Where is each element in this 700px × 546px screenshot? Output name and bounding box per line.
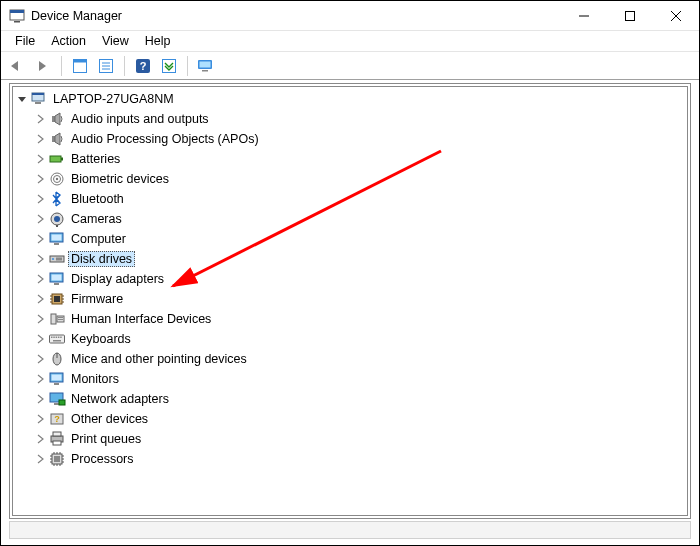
tree-item-label: Batteries: [68, 152, 123, 166]
chevron-right-icon[interactable]: [33, 452, 47, 466]
tree-item[interactable]: Print queues: [15, 429, 687, 449]
chevron-right-icon[interactable]: [33, 352, 47, 366]
svg-rect-58: [60, 337, 62, 339]
menu-action[interactable]: Action: [43, 33, 94, 49]
svg-rect-72: [53, 441, 61, 445]
tree-item-label: Display adapters: [68, 272, 167, 286]
svg-rect-57: [58, 337, 60, 339]
tree-item-label: Disk drives: [68, 251, 135, 267]
tree-item[interactable]: Biometric devices: [15, 169, 687, 189]
tree-item-label: Other devices: [68, 412, 151, 426]
nav-back-button[interactable]: [5, 54, 29, 78]
tree-item[interactable]: Display adapters: [15, 269, 687, 289]
window-title: Device Manager: [31, 9, 122, 23]
tree-root-label: LAPTOP-27UGA8NM: [50, 92, 177, 106]
help-button[interactable]: ?: [131, 54, 155, 78]
chevron-right-icon[interactable]: [33, 292, 47, 306]
chevron-right-icon[interactable]: [33, 212, 47, 226]
svg-rect-34: [54, 243, 59, 245]
chevron-right-icon[interactable]: [33, 312, 47, 326]
minimize-button[interactable]: [561, 1, 607, 31]
svg-rect-63: [52, 375, 62, 381]
svg-rect-74: [54, 456, 60, 462]
menu-view[interactable]: View: [94, 33, 137, 49]
chevron-right-icon[interactable]: [33, 432, 47, 446]
menu-help[interactable]: Help: [137, 33, 179, 49]
svg-rect-52: [58, 319, 63, 320]
chevron-right-icon[interactable]: [33, 172, 47, 186]
cpu-icon: [48, 450, 66, 468]
device-tree[interactable]: LAPTOP-27UGA8NM Audio inputs and outputs…: [12, 86, 688, 516]
mouse-icon: [48, 350, 66, 368]
chevron-right-icon[interactable]: [33, 132, 47, 146]
toolbar: ?: [1, 51, 699, 80]
maximize-button[interactable]: [607, 1, 653, 31]
svg-rect-25: [61, 158, 63, 161]
tree-item-label: Audio Processing Objects (APOs): [68, 132, 262, 146]
show-hidden-button[interactable]: [68, 54, 92, 78]
tree-item[interactable]: Network adapters: [15, 389, 687, 409]
tree-item-label: Mice and other pointing devices: [68, 352, 250, 366]
chevron-right-icon[interactable]: [33, 232, 47, 246]
properties-button[interactable]: [94, 54, 118, 78]
svg-rect-21: [35, 102, 41, 104]
svg-rect-39: [52, 275, 62, 281]
tree-item[interactable]: Monitors: [15, 369, 687, 389]
tree-item[interactable]: Keyboards: [15, 329, 687, 349]
svg-rect-71: [53, 432, 61, 436]
tree-item[interactable]: Cameras: [15, 209, 687, 229]
chevron-right-icon[interactable]: [33, 252, 47, 266]
tree-item[interactable]: Firmware: [15, 289, 687, 309]
menu-file[interactable]: File: [7, 33, 43, 49]
svg-rect-8: [74, 59, 87, 62]
close-button[interactable]: [653, 1, 699, 31]
svg-text:?: ?: [54, 414, 60, 424]
speaker-icon: [48, 130, 66, 148]
keyboard-icon: [48, 330, 66, 348]
bluetooth-icon: [48, 190, 66, 208]
monitor-button[interactable]: [194, 54, 218, 78]
tree-item[interactable]: Audio Processing Objects (APOs): [15, 129, 687, 149]
svg-rect-31: [56, 225, 58, 227]
tree-item-label: Human Interface Devices: [68, 312, 214, 326]
svg-rect-59: [53, 340, 61, 342]
monitor-icon: [48, 370, 66, 388]
svg-rect-66: [54, 403, 59, 405]
tree-item[interactable]: Disk drives: [15, 249, 687, 269]
tree-root-node[interactable]: LAPTOP-27UGA8NM: [15, 89, 687, 109]
chevron-right-icon[interactable]: [33, 272, 47, 286]
titlebar: Device Manager: [1, 1, 699, 31]
chevron-right-icon[interactable]: [33, 112, 47, 126]
chevron-right-icon[interactable]: [33, 192, 47, 206]
tree-item[interactable]: Bluetooth: [15, 189, 687, 209]
tree-item[interactable]: Processors: [15, 449, 687, 469]
chevron-right-icon[interactable]: [33, 152, 47, 166]
monitor-icon: [48, 270, 66, 288]
tree-item-label: Bluetooth: [68, 192, 127, 206]
tree-item[interactable]: ?Other devices: [15, 409, 687, 429]
tree-item[interactable]: Human Interface Devices: [15, 309, 687, 329]
tree-item[interactable]: Batteries: [15, 149, 687, 169]
chevron-right-icon[interactable]: [33, 392, 47, 406]
tree-item-label: Cameras: [68, 212, 125, 226]
svg-text:?: ?: [140, 60, 147, 72]
nav-forward-button[interactable]: [31, 54, 55, 78]
tree-item-label: Computer: [68, 232, 129, 246]
svg-rect-64: [54, 383, 59, 385]
tree-item[interactable]: Audio inputs and outputs: [15, 109, 687, 129]
chevron-right-icon[interactable]: [33, 372, 47, 386]
scan-button[interactable]: [157, 54, 181, 78]
chevron-right-icon[interactable]: [33, 412, 47, 426]
tree-item[interactable]: Mice and other pointing devices: [15, 349, 687, 369]
tree-item[interactable]: Computer: [15, 229, 687, 249]
speaker-icon: [48, 110, 66, 128]
battery-icon: [48, 150, 66, 168]
svg-point-36: [52, 258, 54, 260]
svg-rect-1: [10, 10, 24, 13]
hid-icon: [48, 310, 66, 328]
chevron-right-icon[interactable]: [33, 332, 47, 346]
printer-icon: [48, 430, 66, 448]
menubar: File Action View Help: [1, 31, 699, 51]
chevron-down-icon[interactable]: [15, 92, 29, 106]
svg-rect-53: [50, 335, 65, 343]
